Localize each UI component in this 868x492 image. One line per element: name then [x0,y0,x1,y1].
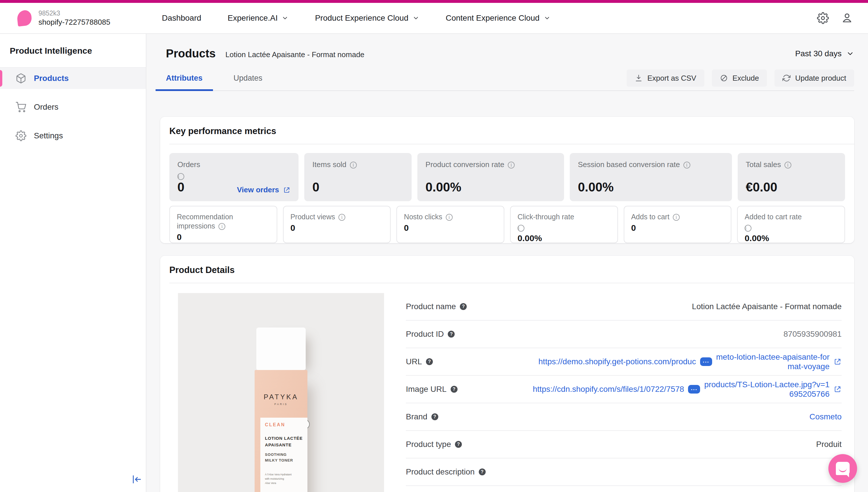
info-icon[interactable] [177,173,184,180]
chat-launcher-button[interactable] [828,454,857,483]
bottle-product-subname: SOOTHING MILKY TONER [265,452,307,463]
nav-label: Dashboard [162,14,201,23]
tab-label: Attributes [166,74,203,83]
exclude-button[interactable]: Exclude [712,70,767,87]
account-name: shopify-72275788085 [39,18,110,27]
url-link-suffix[interactable]: products/TS-Lotion-Lactee.jpg?v=1 695205… [704,380,829,399]
bottle-body: PATYKA PARIS BIO CLEAN LOTION LACTÉE APA… [255,370,307,492]
metric-label: Session based conversion rate [578,160,680,169]
detail-row-product-description: Product description [406,459,842,486]
info-icon[interactable] [518,225,524,232]
sidebar-section-title: Product Intelligence [0,34,146,56]
button-label: Export as CSV [647,74,696,83]
nav-content-experience-cloud[interactable]: Content Experience Cloud [446,14,550,23]
user-icon[interactable] [841,12,853,24]
info-icon[interactable] [745,225,751,232]
metric-tile-click-through-rate: Click-through rate 0.00% [510,206,618,243]
url-link-prefix[interactable]: https://cdn.shopify.com/s/files/1/0722/7… [533,385,684,394]
main-content: Products Lotion Lactée Apaisante - Forma… [146,34,868,492]
chevron-down-icon [413,15,419,22]
help-icon[interactable] [455,441,462,448]
metric-value: 0.00% [425,180,556,194]
url-expand-pill[interactable] [700,358,712,366]
metric-value: 0.00% [745,233,838,243]
chevron-down-icon [281,15,289,22]
url-expand-pill[interactable] [688,385,700,394]
brand-link[interactable]: Cosmeto [810,412,842,421]
bottle-illustration: PATYKA PARIS BIO CLEAN LOTION LACTÉE APA… [255,293,307,492]
active-accent-bar [0,70,2,87]
url-link-suffix[interactable]: meto-lotion-lactee-apaisante-for mat-voy… [716,352,829,371]
external-link-icon[interactable] [834,385,842,393]
tab-updates[interactable]: Updates [228,66,273,91]
metric-label: Product conversion rate [425,160,504,169]
bottle-cap [256,327,306,370]
help-icon[interactable] [448,331,455,338]
info-icon[interactable] [673,214,680,221]
detail-label: Product name [406,302,456,311]
refresh-icon [783,74,791,82]
metric-value: 0.00% [518,233,611,243]
gear-icon[interactable] [817,12,829,24]
topbar: 9852k3 shopify-72275788085 Dashboard Exp… [0,0,868,34]
update-product-button[interactable]: Update product [774,70,854,87]
metric-label: Nosto clicks [404,213,442,221]
sidebar-item-settings[interactable]: Settings [0,125,146,146]
date-range-picker[interactable]: Past 30 days [795,49,854,58]
metric-value: 0 [312,180,403,194]
detail-label: Product description [406,467,475,476]
help-icon[interactable] [426,358,433,365]
metric-value: 0 [291,223,383,233]
metric-value: 0 [177,232,270,242]
view-orders-link[interactable]: View orders [237,186,291,194]
nav-product-experience-cloud[interactable]: Product Experience Cloud [315,14,419,23]
metric-label: Added to cart rate [745,213,802,221]
nav-dashboard[interactable]: Dashboard [162,14,201,23]
info-icon[interactable] [446,214,453,221]
button-label: Exclude [733,74,759,83]
external-link-icon[interactable] [834,358,842,366]
tab-attributes[interactable]: Attributes [160,66,213,91]
info-icon[interactable] [508,162,515,169]
sidebar: Product Intelligence Products Orders Set… [0,34,146,492]
info-icon[interactable] [350,162,357,169]
metric-tile-total-sales: Total sales €0.00 [738,153,845,201]
export-csv-button[interactable]: Export as CSV [627,70,704,87]
chevron-down-icon [846,50,854,58]
details-section-title: Product Details [160,256,854,283]
gear-icon [16,130,26,141]
chat-smile-icon [839,468,847,472]
chevron-down-icon [544,15,550,22]
metric-label: Orders [177,160,200,169]
top-navigation: Dashboard Experience.AI Product Experien… [162,14,550,23]
bottle-brand-city: PARIS [255,403,307,405]
detail-row-image-url: Image URL https://cdn.shopify.com/s/file… [406,376,842,403]
info-icon[interactable] [218,223,225,230]
info-icon[interactable] [339,214,345,221]
sidebar-item-label: Orders [34,102,58,112]
url-link-prefix[interactable]: https://demo.shopify.get-potions.com/pro… [539,357,696,366]
nav-label: Product Experience Cloud [315,14,408,23]
help-icon[interactable] [460,303,467,310]
nav-experience-ai[interactable]: Experience.AI [228,14,289,23]
tab-label: Updates [234,74,263,83]
detail-label: Product type [406,440,451,449]
date-range-value: Past 30 days [795,49,842,58]
topbar-accent-stripe [0,0,868,3]
sidebar-item-orders[interactable]: Orders [0,96,146,118]
sidebar-collapse-button[interactable] [131,473,144,486]
detail-row-product-type: Product type Produit [406,431,842,459]
help-icon[interactable] [479,468,486,475]
info-icon[interactable] [785,162,791,169]
help-icon[interactable] [451,386,457,393]
info-icon[interactable] [684,162,690,169]
metric-tile-product-conversion-rate: Product conversion rate 0.00% [417,153,564,201]
metric-label: Total sales [746,160,781,169]
detail-label: Product ID [406,329,444,339]
sidebar-item-label: Settings [34,131,63,140]
metrics-section-title: Key performance metrics [160,117,854,144]
brand-block[interactable]: 9852k3 shopify-72275788085 [17,9,110,27]
help-icon[interactable] [431,413,438,420]
metric-label: Product views [291,213,335,221]
sidebar-item-products[interactable]: Products [0,68,146,89]
